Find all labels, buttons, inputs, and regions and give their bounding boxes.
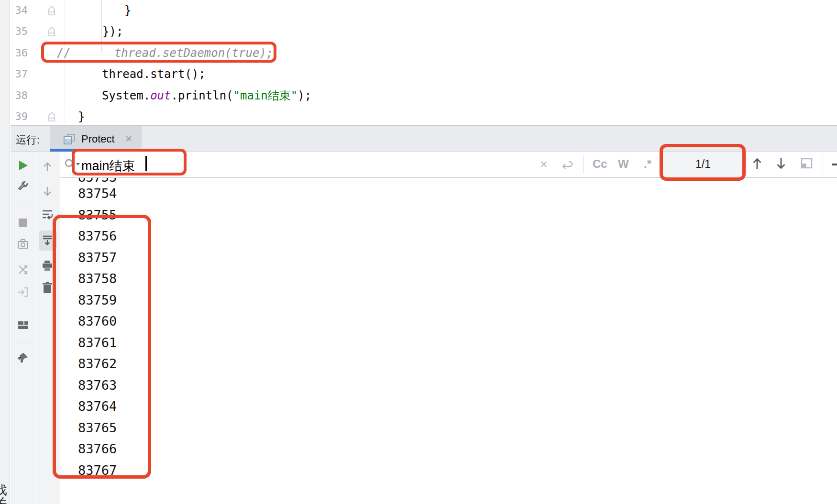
run-toolbar-main [11, 152, 35, 504]
console-line: 83764 [78, 396, 117, 417]
run-toolwindow-header: 运行: Protect × [11, 125, 837, 152]
whole-words-toggle[interactable]: W [618, 157, 629, 171]
console-toolbar [36, 152, 60, 504]
code-editor[interactable]: 343536373839 }});//thread.setDaemon(true… [11, 0, 837, 125]
console-line: 83759 [78, 290, 117, 311]
line-number: 38 [11, 85, 28, 106]
scroll-to-end-button[interactable] [41, 234, 54, 247]
toolbar-separator [15, 312, 31, 312]
clear-search-icon[interactable]: × [540, 157, 548, 172]
console-line: 83754 [78, 183, 117, 205]
import-test-results-icon[interactable] [17, 286, 29, 298]
code-line[interactable]: } [124, 0, 131, 21]
toolbar-separator [15, 205, 31, 205]
console-line: 83767 [78, 460, 117, 482]
console-line: 83760 [78, 311, 117, 332]
code-token: .println( [171, 89, 233, 102]
code-token: } [124, 4, 131, 17]
line-number: 34 [11, 0, 28, 21]
code-line[interactable]: thread.start(); [102, 64, 206, 85]
open-in-find-window-icon[interactable] [801, 158, 813, 169]
code-line[interactable]: }); [102, 21, 123, 42]
toolbar-separator [15, 343, 31, 343]
console-search-bar[interactable]: main结束 × Cc W .* 1/1 [60, 152, 837, 178]
console-line: 83758 [78, 268, 117, 290]
tool-window-strip [0, 0, 10, 504]
code-token: // [56, 46, 70, 60]
match-case-toggle[interactable]: Cc [593, 157, 607, 171]
search-icon[interactable] [64, 158, 80, 171]
run-toolwindow-title: 运行: [16, 133, 40, 147]
console-line: 83763 [78, 375, 117, 396]
down-stack-trace-button[interactable] [41, 185, 54, 197]
code-line[interactable]: //thread.setDaemon(true); [56, 43, 273, 64]
code-line[interactable]: } [78, 106, 85, 127]
up-stack-trace-button[interactable] [41, 161, 54, 173]
print-button[interactable] [41, 260, 54, 272]
console-line: 83755 [78, 205, 117, 226]
line-number: 39 [11, 106, 28, 127]
tab-close-icon[interactable]: × [125, 132, 132, 145]
tab-protect[interactable]: Protect × [50, 126, 142, 152]
text-caret [145, 156, 147, 171]
code-token: thread.start(); [102, 67, 206, 81]
line-number: 37 [11, 64, 28, 85]
console-line: 83756 [78, 226, 117, 247]
edit-configuration-button[interactable] [17, 181, 29, 193]
code-token: }); [102, 25, 123, 38]
rerun-button[interactable] [17, 159, 29, 172]
code-token: thread.setDaemon(true); [114, 46, 273, 60]
screenshot-icon[interactable] [17, 238, 29, 251]
regex-toggle[interactable]: .* [644, 157, 651, 171]
tab-protect-label: Protect [81, 133, 115, 145]
toolbar-divider [584, 155, 584, 174]
console-line: 83765 [78, 417, 117, 439]
tool-window-side-label[interactable]: 戏关 [0, 484, 9, 504]
restore-layout-button[interactable] [17, 319, 29, 331]
previous-occurrence-button[interactable] [751, 157, 763, 170]
next-occurrence-button[interactable] [775, 157, 787, 170]
fold-region-icon[interactable] [48, 27, 55, 36]
console-line: 83761 [78, 332, 117, 354]
line-number: 35 [11, 21, 28, 42]
match-count-label: 1/1 [659, 158, 747, 171]
search-input[interactable]: main结束 [81, 157, 135, 175]
new-line-icon[interactable] [561, 159, 574, 170]
fold-region-icon[interactable] [48, 6, 55, 15]
ide-window: 戏关 343536373839 }});//thread.setDaemon(t… [0, 0, 837, 504]
console-lines: 8375483755837568375783758837598376083761… [78, 183, 117, 481]
stop-button[interactable] [17, 217, 29, 229]
code-token: "main结束" [233, 89, 298, 102]
code-token: } [78, 110, 85, 123]
soft-wrap-button[interactable] [41, 208, 54, 221]
console-line: 83757 [78, 247, 117, 269]
console-tab-icon [63, 134, 76, 145]
toolbar-divider [823, 155, 823, 174]
code-token: System. [102, 89, 150, 102]
rerun-failed-tests-icon[interactable] [17, 263, 29, 276]
clear-console-button[interactable] [41, 282, 54, 294]
partial-edge-icon[interactable] [832, 164, 837, 166]
pin-tab-button[interactable] [17, 351, 29, 364]
console-output[interactable]: 83753 8375483755837568375783758837598376… [61, 178, 837, 504]
console-line: 83762 [78, 353, 117, 375]
code-token: ); [297, 89, 311, 102]
code-line[interactable]: System.out.println("main结束"); [102, 85, 311, 106]
line-number: 36 [11, 43, 28, 64]
code-token: out [150, 89, 171, 102]
fold-region-icon[interactable] [48, 112, 55, 121]
console-line: 83766 [78, 438, 117, 460]
